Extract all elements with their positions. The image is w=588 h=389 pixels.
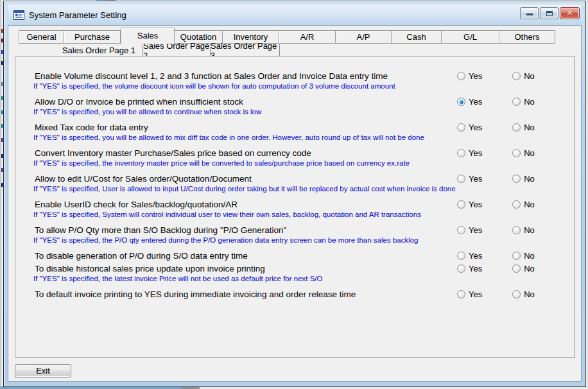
radio-yes[interactable]: Yes <box>457 148 482 158</box>
radio-yes-label: Yes <box>469 290 482 299</box>
radio-no[interactable]: No <box>512 174 535 184</box>
radio-no[interactable]: No <box>512 290 535 299</box>
radio-group: YesNo <box>457 123 535 132</box>
radio-yes-circle[interactable] <box>457 200 465 209</box>
radio-no-circle[interactable] <box>512 175 521 183</box>
subtab-sales-order-page-3[interactable]: Sales Order Page 3 <box>211 44 280 56</box>
tab-a-p[interactable]: A/P <box>336 30 392 44</box>
radio-yes[interactable]: Yes <box>457 225 482 235</box>
radio-group: YesNo <box>457 251 535 261</box>
radio-no-label: No <box>524 97 535 107</box>
tab-a-r[interactable]: A/R <box>279 30 336 44</box>
tab-others[interactable]: Others <box>499 30 555 44</box>
setting-row: Enable UserID check for Sales/backlog/qu… <box>15 199 575 220</box>
setting-row: Mixed Tax code for data entryIf "YES" is… <box>15 122 575 143</box>
sub-tab-strip: Sales Order Page 1Sales Order Page 2Sale… <box>55 44 280 56</box>
window-title: System Parameter Setting <box>29 10 126 20</box>
radio-yes[interactable]: Yes <box>457 174 482 184</box>
setting-row: To default invoice printing to YES durin… <box>15 289 575 300</box>
tab-g-l[interactable]: G/L <box>442 30 499 44</box>
radio-no[interactable]: No <box>512 123 535 132</box>
background-sliver-border <box>1 0 1 389</box>
radio-no-label: No <box>524 264 535 273</box>
radio-yes[interactable]: Yes <box>457 251 482 261</box>
maximize-icon <box>546 11 553 16</box>
radio-no[interactable]: No <box>512 97 535 107</box>
close-icon: ✕ <box>560 8 579 17</box>
subtab-sales-order-page-2[interactable]: Sales Order Page 2 <box>143 44 211 56</box>
radio-yes-circle[interactable] <box>457 72 465 80</box>
radio-yes-circle[interactable] <box>457 98 465 106</box>
radio-group: YesNo <box>457 225 535 235</box>
radio-group: YesNo <box>457 97 535 107</box>
radio-no[interactable]: No <box>512 251 535 261</box>
radio-group: YesNo <box>457 200 535 209</box>
subtab-sales-order-page-1[interactable]: Sales Order Page 1 <box>55 44 143 56</box>
setting-row: To disable generation of P/O during S/O … <box>15 250 575 261</box>
setting-row: Allow D/O or Invoice be printed when ins… <box>15 96 575 117</box>
radio-no-circle[interactable] <box>512 290 521 298</box>
radio-yes-label: Yes <box>469 97 482 107</box>
radio-no-label: No <box>524 200 535 209</box>
radio-yes-circle[interactable] <box>457 264 465 273</box>
radio-no-circle[interactable] <box>512 149 521 157</box>
radio-yes-label: Yes <box>469 225 482 235</box>
radio-group: YesNo <box>457 71 535 81</box>
radio-no-label: No <box>524 123 535 132</box>
main-tab-strip: GeneralPurchaseSalesQuotationInventoryA/… <box>19 30 555 44</box>
setting-row: To disable historical sales price update… <box>15 263 575 284</box>
radio-no-circle[interactable] <box>512 264 521 273</box>
radio-yes-circle[interactable] <box>457 252 465 260</box>
setting-description: If "YES" is specified, User is allowed t… <box>33 184 575 194</box>
sales-order-page-1-panel: Enable Volume discount level 1, 2 and 3 … <box>15 56 575 358</box>
system-parameter-setting-window: System Parameter Setting ✕ GeneralPurcha… <box>3 1 586 387</box>
tab-sales[interactable]: Sales <box>121 28 175 44</box>
radio-yes[interactable]: Yes <box>457 264 482 273</box>
setting-description: If "YES" is specified, the latest invoic… <box>33 274 575 284</box>
radio-yes-label: Yes <box>469 174 482 184</box>
radio-group: YesNo <box>457 290 535 299</box>
radio-yes-circle[interactable] <box>457 149 465 157</box>
radio-no[interactable]: No <box>512 200 535 209</box>
tab-cash[interactable]: Cash <box>392 30 442 44</box>
tab-general[interactable]: General <box>19 30 64 44</box>
maximize-button[interactable] <box>540 7 558 19</box>
exit-button[interactable]: Exit <box>15 364 71 377</box>
radio-no-circle[interactable] <box>512 98 521 106</box>
radio-yes-circle[interactable] <box>457 123 465 132</box>
minimize-button[interactable] <box>520 7 539 19</box>
window-controls: ✕ <box>519 7 580 19</box>
radio-yes[interactable]: Yes <box>457 200 482 209</box>
radio-yes-circle[interactable] <box>457 175 465 183</box>
radio-group: YesNo <box>457 174 535 184</box>
radio-yes-circle[interactable] <box>457 290 465 298</box>
setting-description: If "YES" is specified, you will be allow… <box>33 133 575 143</box>
dialog-client-area: GeneralPurchaseSalesQuotationInventoryA/… <box>8 25 582 382</box>
radio-no-circle[interactable] <box>512 200 521 209</box>
radio-yes-circle[interactable] <box>457 226 465 234</box>
radio-no[interactable]: No <box>512 71 535 81</box>
radio-no[interactable]: No <box>512 225 535 235</box>
radio-yes-label: Yes <box>469 264 482 273</box>
tab-purchase[interactable]: Purchase <box>64 30 121 44</box>
radio-yes-label: Yes <box>469 251 482 261</box>
setting-description: If "YES" is specified, System will contr… <box>33 210 575 220</box>
radio-no-circle[interactable] <box>512 226 521 234</box>
radio-yes[interactable]: Yes <box>457 71 482 81</box>
radio-no-circle[interactable] <box>512 72 521 80</box>
radio-no-label: No <box>524 290 535 299</box>
radio-no-label: No <box>524 71 535 81</box>
radio-yes-label: Yes <box>469 123 482 132</box>
close-button[interactable]: ✕ <box>560 7 580 19</box>
radio-no[interactable]: No <box>512 148 535 158</box>
radio-no[interactable]: No <box>512 264 535 273</box>
radio-yes[interactable]: Yes <box>457 290 482 299</box>
radio-no-circle[interactable] <box>512 123 521 132</box>
setting-row: Convert Inventory master Purchase/Sales … <box>15 148 575 168</box>
radio-yes[interactable]: Yes <box>457 97 482 107</box>
setting-description: If "YES" is specified, the inventory mas… <box>33 159 575 168</box>
radio-no-circle[interactable] <box>512 252 521 260</box>
title-bar[interactable]: System Parameter Setting ✕ <box>8 4 581 26</box>
radio-yes-label: Yes <box>469 200 482 209</box>
radio-yes[interactable]: Yes <box>457 123 482 132</box>
